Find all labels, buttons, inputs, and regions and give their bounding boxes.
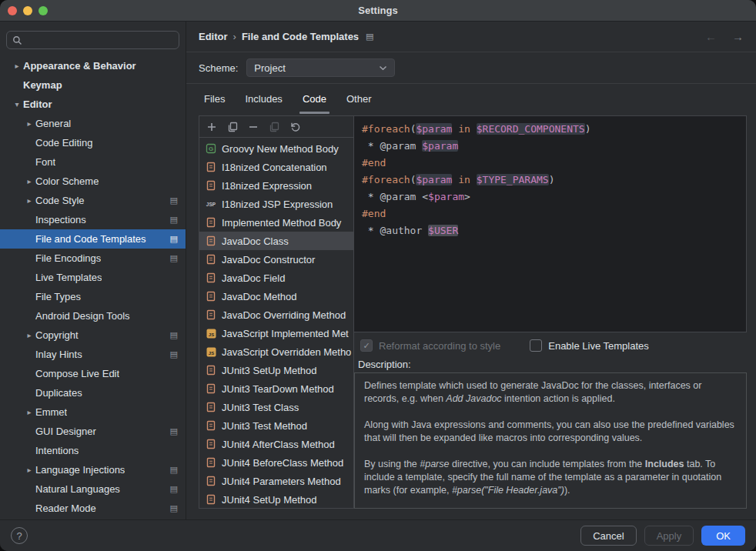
settings-search-box[interactable] bbox=[6, 31, 179, 49]
chevron-right-icon[interactable]: ▸ bbox=[23, 177, 35, 185]
copy-template-icon[interactable] bbox=[227, 122, 238, 132]
cancel-button[interactable]: Cancel bbox=[580, 526, 636, 546]
sidebar-item-label: Duplicates bbox=[35, 387, 82, 399]
sidebar-item-color-scheme[interactable]: ▸Color Scheme bbox=[0, 172, 186, 191]
description-panel[interactable]: Defines template which used to generate … bbox=[354, 372, 747, 509]
template-item-javascript-overridden-metho[interactable]: JSJavaScript Overridden Metho bbox=[199, 342, 353, 361]
template-item-junit3-test-class[interactable]: JUnit3 Test Class bbox=[199, 398, 353, 416]
svg-text:JS: JS bbox=[208, 332, 213, 336]
template-item-label: JUnit3 Test Method bbox=[222, 420, 307, 432]
template-item-label: JUnit4 AfterClass Method bbox=[222, 439, 335, 450]
forward-icon[interactable]: → bbox=[732, 30, 744, 43]
sidebar-item-keymap[interactable]: Keymap bbox=[0, 75, 186, 95]
tab-other[interactable]: Other bbox=[336, 84, 382, 114]
tab-code[interactable]: Code bbox=[293, 84, 336, 114]
sidebar-item-file-and-code-templates[interactable]: File and Code Templates▤ bbox=[0, 229, 186, 249]
remove-template-icon[interactable] bbox=[248, 122, 259, 132]
template-item-javascript-implemented-met[interactable]: JSJavaScript Implemented Met bbox=[199, 324, 353, 342]
sidebar-item-code-style[interactable]: ▸Code Style▤ bbox=[0, 191, 186, 210]
chevron-right-icon[interactable]: ▸ bbox=[23, 331, 35, 339]
template-icon bbox=[205, 494, 217, 505]
minimize-window-button[interactable] bbox=[23, 6, 32, 15]
help-button[interactable]: ? bbox=[11, 527, 28, 544]
template-item-junit4-parameters-method[interactable]: JUnit4 Parameters Method bbox=[199, 472, 353, 490]
sidebar-item-natural-languages[interactable]: Natural Languages▤ bbox=[0, 479, 186, 499]
settings-page-marker-icon: ▤ bbox=[170, 254, 178, 262]
reformat-checkbox[interactable]: ✓ Reformat according to style bbox=[360, 339, 500, 352]
code-line: * @author $USER bbox=[362, 222, 738, 239]
template-item-label: JUnit4 BeforeClass Method bbox=[222, 457, 343, 469]
template-item-javadoc-field[interactable]: JavaDoc Field bbox=[199, 269, 353, 287]
sidebar-item-live-templates[interactable]: Live Templates bbox=[0, 268, 186, 287]
sidebar-item-general[interactable]: ▸General bbox=[0, 114, 186, 133]
template-item-javadoc-constructor[interactable]: JavaDoc Constructor bbox=[199, 250, 353, 269]
template-item-junit3-test-method[interactable]: JUnit3 Test Method bbox=[199, 416, 353, 435]
template-editor[interactable]: #foreach($param in $RECORD_COMPONENTS) *… bbox=[354, 115, 747, 332]
template-item-i18nized-concatenation[interactable]: I18nized Concatenation bbox=[199, 158, 353, 176]
sidebar-item-inspections[interactable]: Inspections▤ bbox=[0, 210, 186, 229]
sidebar-item-reader-mode[interactable]: Reader Mode▤ bbox=[0, 499, 186, 518]
template-item-javadoc-method[interactable]: JavaDoc Method bbox=[199, 287, 353, 306]
reset-to-default-icon[interactable] bbox=[289, 122, 300, 132]
template-item-javadoc-overriding-method[interactable]: JavaDoc Overriding Method bbox=[199, 306, 353, 324]
chevron-right-icon[interactable]: ▸ bbox=[23, 119, 35, 128]
zoom-window-button[interactable] bbox=[38, 6, 48, 15]
template-item-junit4-beforeclass-method[interactable]: JUnit4 BeforeClass Method bbox=[199, 453, 353, 472]
sidebar-item-android-design-tools[interactable]: Android Design Tools bbox=[0, 306, 186, 326]
template-item-groovy-new-method-body[interactable]: GGroovy New Method Body bbox=[199, 139, 353, 158]
code-line: #end bbox=[362, 155, 738, 172]
description-paragraph: Along with Java expressions and comments… bbox=[364, 419, 737, 445]
sidebar-item-duplicates[interactable]: Duplicates bbox=[0, 383, 186, 402]
breadcrumb-file-and-code-templates[interactable]: File and Code Templates bbox=[242, 31, 359, 42]
sidebar-item-intentions[interactable]: Intentions bbox=[0, 441, 186, 460]
window-controls bbox=[8, 0, 48, 21]
template-item-javadoc-class[interactable]: JavaDoc Class bbox=[199, 232, 353, 250]
template-item-junit4-afterclass-method[interactable]: JUnit4 AfterClass Method bbox=[199, 435, 353, 453]
sidebar-item-emmet[interactable]: ▸Emmet bbox=[0, 402, 186, 422]
chevron-right-icon[interactable]: ▸ bbox=[23, 408, 35, 416]
sidebar-item-font[interactable]: Font bbox=[0, 152, 186, 172]
template-icon bbox=[205, 272, 217, 283]
template-item-i18nized-jsp-expression[interactable]: JSPI18nized JSP Expression bbox=[199, 195, 353, 213]
back-icon[interactable]: ← bbox=[705, 30, 717, 43]
chevron-right-icon[interactable]: ▸ bbox=[11, 62, 23, 70]
sidebar-item-label: Live Templates bbox=[35, 272, 102, 283]
sidebar-item-label: Language Injections bbox=[35, 464, 125, 476]
template-item-implemented-method-body[interactable]: Implemented Method Body bbox=[199, 213, 353, 232]
sidebar-item-copyright[interactable]: ▸Copyright▤ bbox=[0, 326, 186, 345]
scheme-select[interactable]: Project bbox=[246, 58, 395, 77]
sidebar-item-inlay-hints[interactable]: Inlay Hints▤ bbox=[0, 345, 186, 364]
close-window-button[interactable] bbox=[8, 6, 17, 15]
sidebar-item-code-editing[interactable]: Code Editing bbox=[0, 133, 186, 152]
sidebar-item-label: Editor bbox=[23, 99, 52, 110]
sidebar-item-file-types[interactable]: File Types bbox=[0, 287, 186, 306]
enable-live-templates-checkbox[interactable]: Enable Live Templates bbox=[530, 339, 649, 352]
settings-page-marker-icon: ▤ bbox=[170, 504, 178, 513]
sidebar-item-editor[interactable]: ▾Editor bbox=[0, 95, 186, 114]
chevron-down-icon[interactable]: ▾ bbox=[11, 100, 23, 109]
search-input[interactable] bbox=[26, 34, 173, 47]
sidebar-item-appearance-behavior[interactable]: ▸Appearance & Behavior bbox=[0, 56, 186, 75]
template-item-junit4-setup-method[interactable]: JUnit4 SetUp Method bbox=[199, 490, 353, 508]
template-item-label: JavaScript Overridden Metho bbox=[222, 346, 351, 358]
add-template-icon[interactable] bbox=[206, 122, 217, 132]
tab-includes[interactable]: Includes bbox=[235, 84, 292, 114]
chevron-right-icon[interactable]: ▸ bbox=[23, 196, 35, 205]
sidebar-item-file-encodings[interactable]: File Encodings▤ bbox=[0, 249, 186, 268]
js-icon: JS bbox=[205, 329, 217, 339]
sidebar-item-gui-designer[interactable]: GUI Designer▤ bbox=[0, 422, 186, 441]
sidebar-item-compose-live-edit[interactable]: Compose Live Edit bbox=[0, 364, 186, 383]
window-title: Settings bbox=[0, 5, 756, 16]
template-item-junit3-teardown-method[interactable]: JUnit3 TearDown Method bbox=[199, 379, 353, 398]
sidebar-item-label: General bbox=[35, 118, 71, 129]
template-item-label: Groovy New Method Body bbox=[222, 143, 339, 155]
template-item-junit3-setup-method[interactable]: JUnit3 SetUp Method bbox=[199, 361, 353, 379]
chevron-right-icon[interactable]: ▸ bbox=[23, 466, 35, 474]
apply-button[interactable]: Apply bbox=[644, 526, 694, 546]
breadcrumb-editor[interactable]: Editor bbox=[199, 31, 228, 42]
sidebar-item-language-injections[interactable]: ▸Language Injections▤ bbox=[0, 460, 186, 479]
tab-files[interactable]: Files bbox=[194, 84, 235, 114]
ok-button[interactable]: OK bbox=[701, 526, 745, 546]
template-item-i18nized-expression[interactable]: I18nized Expression bbox=[199, 176, 353, 195]
description-paragraph: By using the #parse directive, you can i… bbox=[364, 458, 737, 497]
